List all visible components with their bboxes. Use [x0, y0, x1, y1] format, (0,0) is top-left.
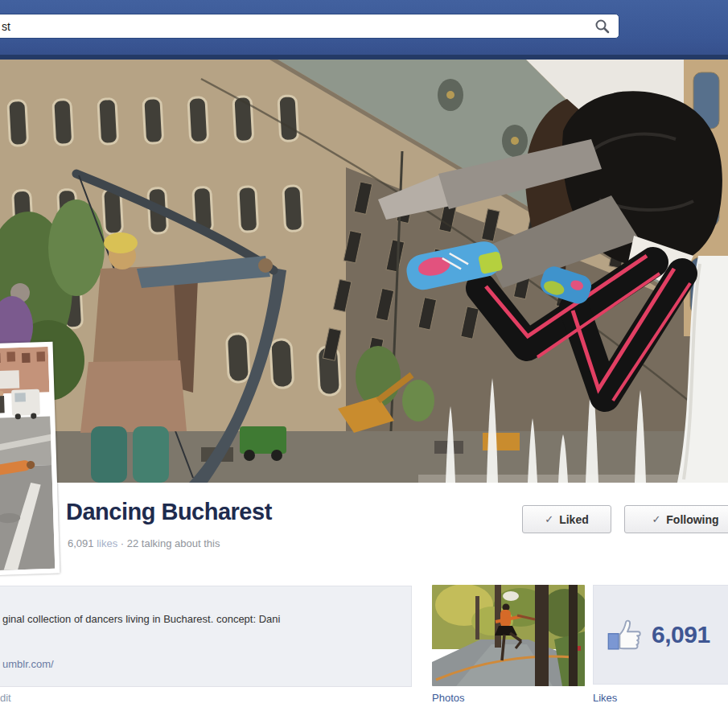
- photos-tile-label[interactable]: Photos: [432, 692, 464, 704]
- page-stats[interactable]: 6,091 likes · 22 talking about this: [68, 537, 220, 549]
- liked-button-label: Liked: [559, 513, 589, 526]
- profile-picture[interactable]: [0, 342, 60, 576]
- search-icon[interactable]: [594, 19, 611, 35]
- talking-about-text: 22 talking about this: [127, 537, 220, 549]
- following-button[interactable]: ✓ Following: [624, 505, 728, 533]
- likes-count-text: 6,091: [68, 537, 94, 549]
- about-edit-link[interactable]: dit: [0, 692, 11, 704]
- facebook-page: Dancing Bucharest 6,091 likes · 22 talki…: [0, 0, 728, 728]
- search-input[interactable]: [0, 14, 619, 39]
- likes-word: likes: [97, 537, 117, 549]
- about-description: ginal collection of dancers living in Bu…: [2, 613, 405, 625]
- liked-button[interactable]: ✓ Liked: [522, 505, 611, 533]
- cover-photo-scene: [0, 55, 728, 483]
- about-website-link[interactable]: umblr.com/: [2, 658, 54, 670]
- check-icon: ✓: [545, 513, 553, 525]
- photos-tile[interactable]: [432, 585, 585, 686]
- following-button-label: Following: [666, 513, 718, 526]
- likes-count-big: 6,091: [652, 621, 710, 648]
- stats-separator: ·: [121, 537, 124, 549]
- photos-tile-image: [432, 585, 585, 686]
- top-navigation-bar: [0, 0, 728, 56]
- profile-picture-scene: [0, 347, 55, 570]
- likes-tile-label[interactable]: Likes: [593, 692, 617, 704]
- likes-tile[interactable]: 6,091: [593, 585, 728, 685]
- about-card: ginal collection of dancers living in Bu…: [0, 586, 412, 687]
- check-icon: ✓: [652, 513, 660, 525]
- cover-photo[interactable]: [0, 55, 728, 483]
- page-title: Dancing Bucharest: [66, 499, 272, 525]
- thumbs-up-icon: [607, 616, 644, 653]
